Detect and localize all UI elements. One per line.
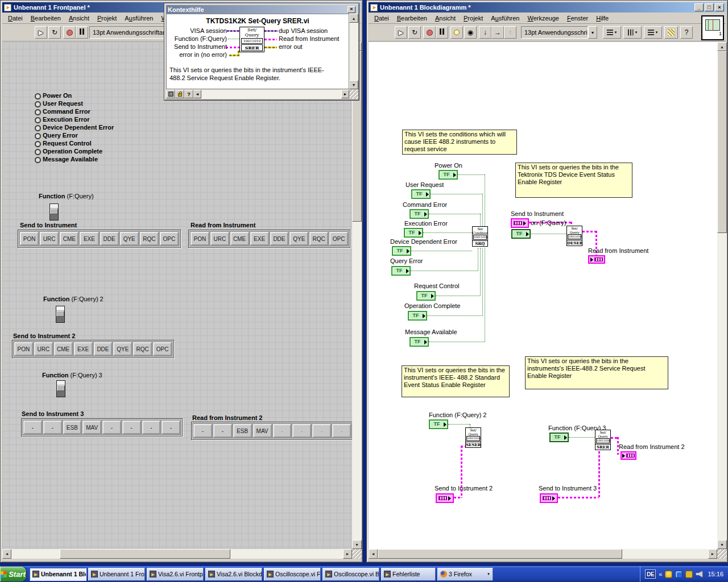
group-dropdown-icon[interactable]: ▼	[487, 572, 490, 576]
resize-grip[interactable]	[349, 90, 358, 99]
scroll-track[interactable]	[352, 51, 362, 540]
pause-button[interactable]	[76, 26, 88, 39]
array-terminal-send3[interactable]	[540, 493, 558, 503]
slider-handle[interactable]	[56, 311, 64, 317]
taskbar-item-visa26-blockdiagramm[interactable]: ▶Visa2.6.vi Blockdia...	[205, 568, 262, 581]
bit-button-esb[interactable]: ESB	[63, 421, 82, 434]
taskbar-item-oscilloscope-frontpanel[interactable]: ▶Oscilloscope.vi Fro...	[264, 568, 321, 581]
abort-button[interactable]	[423, 26, 436, 39]
menu-datei[interactable]: Datei	[4, 13, 27, 23]
menu-projekt[interactable]: Projekt	[460, 13, 487, 23]
bit-button-rqc[interactable]: RQC	[140, 232, 159, 246]
bit-button-dde[interactable]: DDE	[270, 232, 289, 246]
bit-button[interactable]: -	[332, 424, 351, 438]
taskbar-item-fehlerliste[interactable]: ▶Fehlerliste	[381, 568, 436, 581]
function2-slider[interactable]	[56, 306, 65, 323]
bit-button[interactable]: -	[162, 421, 180, 434]
node-set-query-deser[interactable]: Set/Query 10011010DESER	[566, 226, 582, 246]
led-user-request[interactable]	[35, 101, 41, 107]
bit-button-urc[interactable]: URC	[34, 342, 53, 356]
bit-button-opc[interactable]: OPC	[160, 232, 179, 246]
bit-button-exe[interactable]: EXE	[250, 232, 269, 246]
tf-terminal-power-on[interactable]: TF	[439, 170, 458, 180]
run-continuous-button[interactable]: ↻	[48, 26, 61, 39]
bit-button[interactable]: -	[312, 424, 331, 438]
led-query-error[interactable]	[35, 133, 41, 139]
bit-button-urc[interactable]: URC	[210, 232, 229, 246]
scroll-down-button[interactable]: ▼	[717, 540, 727, 549]
run-button[interactable]: ▶	[35, 26, 47, 39]
taskbar-item-unbenannt1-blockdiagramm[interactable]: ▶Unbenannt 1 Blo...	[30, 568, 86, 581]
bit-button[interactable]: -	[122, 421, 141, 434]
tf-terminal-function1[interactable]: TF	[511, 229, 531, 239]
menu-ansicht[interactable]: Ansicht	[431, 13, 460, 23]
tf-terminal-function2[interactable]: TF	[429, 419, 448, 429]
bit-button-esb[interactable]: ESB	[233, 424, 252, 438]
tf-terminal-user-request[interactable]: TF	[411, 189, 431, 199]
scroll-thumb[interactable]	[60, 549, 230, 559]
resize-grip[interactable]	[352, 549, 362, 559]
menu-werkzeuge[interactable]: Werkzeuge	[523, 13, 562, 23]
maximize-button[interactable]: □	[705, 3, 714, 11]
minimize-button[interactable]: _	[694, 3, 704, 11]
bit-button[interactable]: -	[102, 421, 121, 434]
function3-slider[interactable]	[56, 380, 65, 397]
node-set-query-seser[interactable]: Set/Query 10011010SESER	[465, 427, 481, 448]
language-indicator[interactable]: DE	[645, 569, 656, 579]
bit-button-qye[interactable]: QYE	[120, 232, 139, 246]
comment-box[interactable]: This VI sets or queries the bits in the …	[402, 365, 510, 397]
tf-terminal-device-dependent-error[interactable]: TF	[392, 246, 411, 256]
tf-terminal-execution-error[interactable]: TF	[404, 228, 423, 238]
context-help-titlebar[interactable]: Kontexthilfe ×	[166, 5, 357, 14]
led-device-dependent-error[interactable]	[35, 125, 41, 131]
scroll-left-button[interactable]: ◄	[369, 549, 378, 559]
scroll-up-button[interactable]: ▲	[349, 14, 358, 23]
menu-bearbeiten[interactable]: Bearbeiten	[27, 13, 65, 23]
step-out-button[interactable]: ↑	[504, 26, 516, 39]
comment-box[interactable]: This VI sets or queries the bits in the …	[515, 163, 632, 198]
tray-chevron-icon[interactable]: «	[659, 571, 662, 577]
scroll-track[interactable]	[378, 549, 708, 559]
run-continuous-button[interactable]: ↻	[408, 26, 421, 39]
bit-button-opc[interactable]: OPC	[153, 342, 172, 356]
font-selector-dropdown[interactable]: ▼	[588, 26, 597, 39]
lock-icon[interactable]	[685, 571, 693, 578]
start-button[interactable]: Start	[0, 567, 26, 581]
security-shield-icon[interactable]	[665, 571, 672, 578]
scroll-right-button[interactable]: ►	[341, 90, 349, 98]
array-terminal-read1[interactable]	[588, 255, 605, 264]
blockdiagram-titlebar[interactable]: ➤ Unbenannt 1 Blockdiagramm * _ □ ×	[369, 2, 726, 13]
retain-wire-values-button[interactable]: ◉	[464, 26, 477, 39]
bit-button-mav[interactable]: MAV	[253, 424, 272, 438]
bit-button-mav[interactable]: MAV	[82, 421, 101, 434]
bit-button-exe[interactable]: EXE	[80, 232, 98, 246]
volume-icon[interactable]	[696, 571, 703, 578]
bit-button-urc[interactable]: URC	[40, 232, 59, 246]
abort-button[interactable]	[63, 26, 76, 39]
bit-button-exe[interactable]: EXE	[74, 342, 93, 356]
taskbar-item-unbenannt1-frontpanel[interactable]: ▶Unbenannt 1 Fron...	[88, 568, 145, 581]
menu-datei[interactable]: Datei	[370, 13, 393, 23]
scroll-down-button[interactable]: ▼	[352, 540, 362, 549]
close-button[interactable]: ×	[715, 3, 724, 11]
bit-button-dde[interactable]: DDE	[94, 342, 113, 356]
bit-button-opc[interactable]: OPC	[329, 232, 348, 246]
step-over-button[interactable]: →	[491, 26, 504, 39]
align-objects-dropdown[interactable]: ▼	[603, 26, 621, 39]
array-terminal-send2[interactable]	[436, 493, 454, 503]
bit-button[interactable]: -	[43, 421, 62, 434]
lock-help-button[interactable]	[175, 90, 184, 98]
node-set-query-srer[interactable]: Set/Query 10011010SRER	[595, 430, 611, 450]
taskbar-item-oscilloscope-blockdiagramm[interactable]: ▶Oscilloscope.vi Blo...	[322, 568, 379, 581]
tf-terminal-message-available[interactable]: TF	[410, 337, 429, 347]
bit-button-pon[interactable]: PON	[14, 342, 33, 356]
scroll-left-button[interactable]: ◄	[193, 90, 201, 98]
bit-button-cme[interactable]: CME	[54, 342, 73, 356]
bit-button-cme[interactable]: CME	[230, 232, 249, 246]
comment-box[interactable]: This VI sets the conditions which will c…	[402, 130, 517, 155]
menu-ansicht[interactable]: Ansicht	[65, 13, 93, 23]
led-power-on[interactable]	[35, 93, 41, 99]
bit-button[interactable]: -	[273, 424, 292, 438]
taskbar-item-visa26-frontpanel[interactable]: ▶Visa2.6.vi Frontpanel	[147, 568, 204, 581]
step-into-button[interactable]: ↓	[479, 26, 491, 39]
